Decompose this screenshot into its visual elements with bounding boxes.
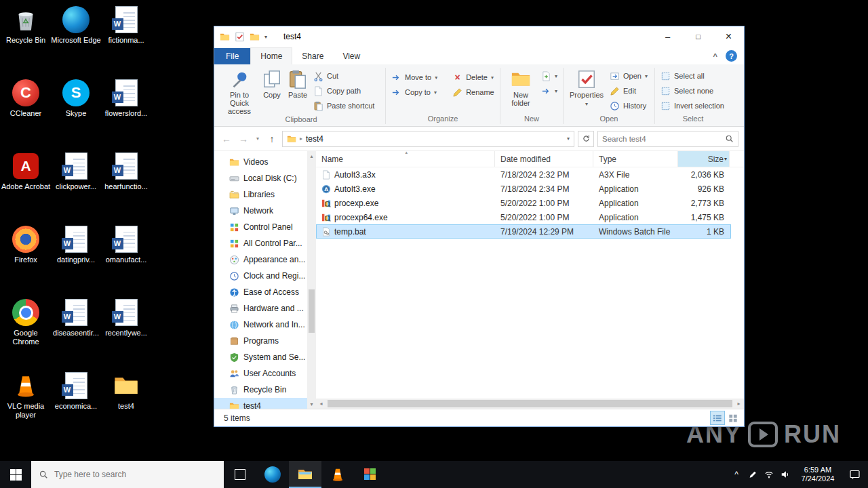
column-header-name[interactable]: ▴ Name xyxy=(316,151,495,167)
copy-path-button[interactable]: Copy path xyxy=(311,83,377,98)
qat-customize-chevron-icon[interactable]: ▾ xyxy=(264,34,267,40)
desktop-icon-edge[interactable]: Microsoft Edge xyxy=(50,5,102,45)
scroll-down-icon[interactable]: ▾ xyxy=(310,399,313,409)
sidebar-scrollbar[interactable]: ▴ ▾ xyxy=(307,151,316,409)
new-item-button[interactable]: ▾ xyxy=(538,68,560,83)
forward-button[interactable]: → xyxy=(237,134,250,144)
desktop-icon-adobe-acrobat[interactable]: Adobe Acrobat xyxy=(0,152,52,191)
tab-file[interactable]: File xyxy=(214,48,250,64)
view-thumbnails-button[interactable] xyxy=(726,411,740,424)
view-details-button[interactable] xyxy=(711,411,724,424)
desktop-icon-firefox[interactable]: Firefox xyxy=(0,225,52,264)
open-button[interactable]: Open ▾ xyxy=(607,68,650,83)
sidebar-item-network[interactable]: Network xyxy=(214,203,307,219)
edit-button[interactable]: Edit xyxy=(607,83,650,98)
desktop-icon-diseaseentir[interactable]: diseaseentir... xyxy=(50,298,102,338)
address-dropdown-icon[interactable]: ▾ xyxy=(567,136,570,142)
sidebar-item-all-control-panel-items[interactable]: All Control Par... xyxy=(214,235,307,251)
taskbar-clock[interactable]: 6:59 AM 7/24/2024 xyxy=(793,466,842,483)
rename-button[interactable]: Rename xyxy=(450,85,497,100)
close-button[interactable]: × xyxy=(713,26,744,47)
up-button[interactable]: ↑ xyxy=(265,134,279,144)
navigation-pane[interactable]: Videos Local Disk (C:) Libraries Network… xyxy=(214,151,307,409)
sidebar-item-libraries[interactable]: Libraries xyxy=(214,186,307,203)
delete-button[interactable]: × Delete ▾ xyxy=(450,70,497,85)
desktop-icon-hearfunctio[interactable]: hearfunctio... xyxy=(100,152,152,191)
sidebar-item-system-and-security[interactable]: System and Se... xyxy=(214,349,307,365)
desktop-icon-test4[interactable]: test4 xyxy=(100,371,152,411)
desktop-icon-datingpriv[interactable]: datingpriv... xyxy=(50,225,102,264)
title-bar[interactable]: ▾ test4 – □ × xyxy=(214,26,744,47)
column-header-size[interactable]: Size ▾ xyxy=(678,151,730,167)
sidebar-item-programs[interactable]: Programs xyxy=(214,333,307,349)
pin-to-quick-access-button[interactable]: Pin to Quick access xyxy=(220,67,259,115)
sidebar-item-control-panel[interactable]: Control Panel xyxy=(214,219,307,235)
sidebar-item-network-and-internet[interactable]: Network and In... xyxy=(214,317,307,333)
filelist-hscrollbar[interactable]: ◂ ▸ xyxy=(316,399,744,409)
taskbar-explorer-button[interactable] xyxy=(289,461,321,488)
desktop-icon-skype[interactable]: Skype xyxy=(50,79,102,118)
sidebar-item-recycle-bin[interactable]: Recycle Bin xyxy=(214,382,307,398)
sidebar-item-ease-of-access[interactable]: Ease of Access xyxy=(214,284,307,300)
search-box[interactable] xyxy=(597,131,738,147)
desktop-icon-recycle-bin[interactable]: Recycle Bin xyxy=(0,5,52,45)
taskbar-edge-button[interactable] xyxy=(256,461,289,488)
history-button[interactable]: History xyxy=(607,98,650,113)
move-to-button[interactable]: Move to ▾ xyxy=(389,70,440,85)
desktop-icon-recentlywe[interactable]: recentlywe... xyxy=(100,298,152,338)
easy-access-button[interactable]: ▾ xyxy=(538,83,560,98)
collapse-ribbon-icon[interactable]: ^ xyxy=(713,52,717,60)
help-icon[interactable]: ? xyxy=(726,50,737,62)
tray-overflow-chevron-icon[interactable]: ^ xyxy=(728,461,745,488)
desktop-icon-google-chrome[interactable]: Google Chrome xyxy=(0,298,52,346)
qat-new-folder-icon[interactable] xyxy=(250,32,260,42)
select-none-button[interactable]: Select none xyxy=(658,83,727,98)
file-row[interactable]: procexp.exe 5/20/2022 1:00 PM Applicatio… xyxy=(316,196,731,210)
maximize-button[interactable]: □ xyxy=(683,26,713,47)
tab-share[interactable]: Share xyxy=(292,48,333,64)
invert-selection-button[interactable]: Invert selection xyxy=(658,98,727,113)
desktop-icon-economica[interactable]: economica... xyxy=(50,371,102,411)
desktop-icon-fictionma[interactable]: fictionma... xyxy=(100,5,152,45)
volume-icon[interactable] xyxy=(777,461,793,488)
desktop-icon-omanufact[interactable]: omanufact... xyxy=(100,225,152,264)
properties-button[interactable]: Properties ▾ xyxy=(566,67,607,108)
taskbar-search[interactable] xyxy=(31,461,224,488)
column-header-date-modified[interactable]: Date modified xyxy=(495,151,593,167)
tab-view[interactable]: View xyxy=(333,48,370,64)
notification-center-button[interactable] xyxy=(842,461,868,488)
taskbar-search-input[interactable] xyxy=(54,470,216,479)
network-icon[interactable] xyxy=(761,461,777,488)
sidebar-item-local-disk-c[interactable]: Local Disk (C:) xyxy=(214,170,307,186)
new-folder-button[interactable]: New folder xyxy=(503,67,538,107)
desktop-icon-vlc[interactable]: VLC media player xyxy=(0,371,52,420)
paste-shortcut-button[interactable]: Paste shortcut xyxy=(311,98,377,113)
scroll-right-icon[interactable]: ▸ xyxy=(734,401,744,407)
copy-button[interactable]: Copy xyxy=(259,67,285,99)
taskbar-app-button[interactable] xyxy=(354,461,387,488)
search-input[interactable] xyxy=(602,135,725,143)
sidebar-item-user-accounts[interactable]: User Accounts xyxy=(214,365,307,382)
scrollbar-thumb[interactable] xyxy=(328,400,732,407)
file-row[interactable]: AutoIt3.a3x 7/18/2024 2:32 PM A3X File 2… xyxy=(316,167,731,182)
task-view-button[interactable] xyxy=(224,461,256,488)
taskbar-vlc-button[interactable] xyxy=(321,461,354,488)
column-header-type[interactable]: Type xyxy=(593,151,678,167)
address-box[interactable]: ▸ test4 ▾ xyxy=(282,131,574,147)
breadcrumb-path[interactable]: test4 xyxy=(306,134,323,144)
qat-properties-icon[interactable] xyxy=(235,32,245,42)
scroll-up-icon[interactable]: ▴ xyxy=(310,151,313,161)
sidebar-item-appearance[interactable]: Appearance an... xyxy=(214,251,307,268)
desktop-icon-flowerslord[interactable]: flowerslord... xyxy=(100,79,152,118)
start-button[interactable] xyxy=(0,461,31,488)
file-row[interactable]: AutoIt3.exe 7/18/2024 2:34 PM Applicatio… xyxy=(316,182,731,196)
file-list[interactable]: ▴ Name Date modified Type Size ▾ xyxy=(316,151,744,409)
tab-home[interactable]: Home xyxy=(250,47,292,64)
sidebar-item-clock-and-region[interactable]: Clock and Regi... xyxy=(214,268,307,284)
refresh-button[interactable] xyxy=(578,131,594,147)
cut-button[interactable]: Cut xyxy=(311,68,377,83)
column-filter-chevron-icon[interactable]: ▾ xyxy=(724,156,727,162)
desktop-icon-clickpower[interactable]: clickpower... xyxy=(50,152,102,191)
scrollbar-thumb[interactable] xyxy=(309,289,315,333)
recent-locations-chevron-icon[interactable]: ▾ xyxy=(254,136,262,142)
